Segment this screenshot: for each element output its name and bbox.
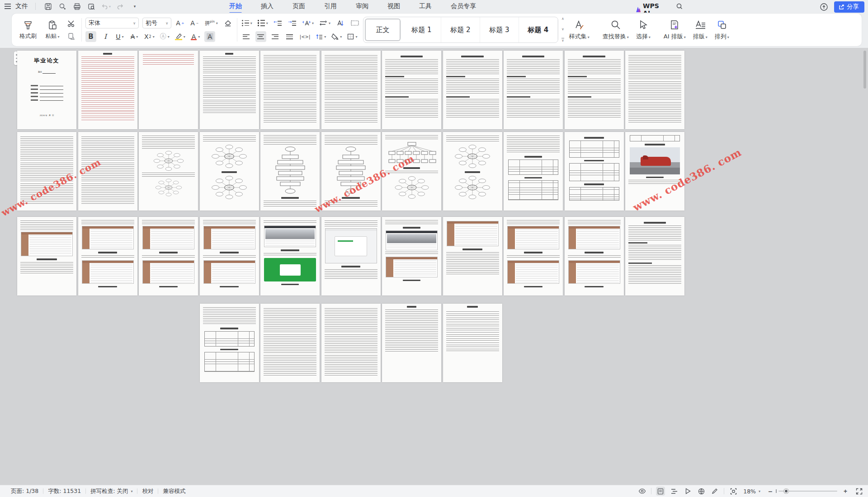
undo-icon[interactable]: ▾: [101, 1, 111, 11]
zoom-out-icon[interactable]: −: [766, 487, 775, 496]
share-button[interactable]: 分享: [834, 1, 864, 13]
font-size-select[interactable]: 初号∨: [142, 18, 171, 28]
upload-cloud-icon[interactable]: [819, 2, 829, 12]
distribute-button[interactable]: |<>|: [299, 31, 311, 42]
word-count[interactable]: 字数: 11531: [43, 488, 85, 495]
page-thumbnail-21[interactable]: [565, 132, 624, 211]
page-indicator[interactable]: 页面: 1/38: [6, 488, 43, 495]
style-标题1[interactable]: 标题 1: [402, 17, 441, 42]
export-pdf-icon[interactable]: [57, 1, 67, 11]
bold-button[interactable]: B: [85, 31, 96, 42]
page-thumbnail-11[interactable]: [625, 51, 684, 129]
compat-mode-badge[interactable]: 兼容模式: [158, 488, 190, 495]
increase-font-button[interactable]: A＋: [175, 18, 186, 28]
page-thumbnail-36[interactable]: [321, 304, 381, 382]
phonetic-guide-button[interactable]: 拼pīn▾: [204, 18, 219, 28]
page-thumbnail-25[interactable]: [139, 217, 198, 295]
page-thumbnail-31[interactable]: [504, 217, 563, 295]
line-spacing-button[interactable]: ▾: [315, 31, 327, 42]
copy-icon[interactable]: [66, 31, 77, 42]
page-thumbnail-7[interactable]: [382, 51, 441, 129]
page-thumbnail-6[interactable]: [321, 51, 381, 129]
page-thumbnail-2[interactable]: [78, 51, 137, 129]
style-set-button[interactable]: 样式集▾: [566, 17, 593, 42]
page-thumbnail-8[interactable]: [443, 51, 502, 129]
outline-view-icon[interactable]: [670, 487, 679, 496]
gallery-more-icon[interactable]: ∨: [561, 38, 564, 42]
zoom-value[interactable]: 18%▾: [742, 488, 761, 495]
tab-插入[interactable]: 插入: [260, 1, 274, 12]
decrease-indent-icon[interactable]: [273, 18, 283, 28]
page-thumbnail-1[interactable]: 毕业论文 题目 2024 年 月 日: [17, 51, 76, 129]
shading-button[interactable]: ▾: [330, 31, 343, 42]
hamburger-menu-icon[interactable]: [5, 4, 11, 9]
fullscreen-icon[interactable]: [854, 487, 863, 496]
page-thumbnail-3[interactable]: [139, 51, 198, 129]
style-标题2[interactable]: 标题 2: [441, 17, 480, 42]
tab-视图[interactable]: 视图: [387, 1, 401, 12]
character-shading-button[interactable]: A: [204, 31, 215, 42]
page-thumbnail-24[interactable]: [78, 217, 137, 295]
style-标题4[interactable]: 标题 4: [519, 17, 558, 42]
zoom-slider-knob[interactable]: [784, 489, 788, 493]
highlight-color-button[interactable]: ▾: [174, 31, 186, 42]
tab-marks-button[interactable]: [349, 18, 360, 28]
tab-开始[interactable]: 开始: [228, 1, 243, 12]
paste-button[interactable]: 粘贴▾: [41, 16, 64, 43]
increase-indent-icon[interactable]: [287, 18, 298, 28]
gallery-down-icon[interactable]: ∨: [561, 28, 564, 31]
page-thumbnail-19[interactable]: [443, 132, 502, 211]
quickbar-more-icon[interactable]: ▾: [130, 1, 140, 11]
find-replace-button[interactable]: 查找替换▾: [599, 17, 632, 42]
clear-format-icon[interactable]: [222, 18, 233, 28]
file-menu[interactable]: 文件: [15, 2, 28, 10]
page-thumbnail-9[interactable]: [504, 51, 563, 129]
style-标题3[interactable]: 标题 3: [480, 17, 519, 42]
page-thumbnail-33[interactable]: [625, 217, 684, 295]
ai-layout-button[interactable]: AI 排版▾: [660, 17, 689, 42]
align-left-button[interactable]: [241, 31, 252, 42]
page-thumbnail-30[interactable]: [443, 217, 502, 295]
page-view-icon[interactable]: [656, 487, 665, 496]
page-thumbnail-37[interactable]: [382, 304, 441, 382]
sort-button[interactable]: [335, 18, 346, 28]
page-thumbnail-20[interactable]: [504, 132, 563, 211]
page-thumbnail-26[interactable]: [200, 217, 259, 295]
document-scrollbar[interactable]: [863, 50, 867, 482]
redo-icon[interactable]: [115, 1, 125, 11]
save-icon[interactable]: [43, 1, 53, 11]
page-thumbnail-4[interactable]: [200, 51, 259, 129]
page-thumbnail-27[interactable]: [260, 217, 320, 295]
page-thumbnail-35[interactable]: [260, 304, 320, 382]
tab-审阅[interactable]: 审阅: [355, 1, 369, 12]
page-thumbnail-10[interactable]: [565, 51, 624, 129]
borders-button[interactable]: ▾: [346, 31, 358, 42]
page-thumbnail-16[interactable]: [260, 132, 320, 211]
page-thumbnail-14[interactable]: [139, 132, 198, 211]
align-right-button[interactable]: [270, 31, 281, 42]
ink-annotate-icon[interactable]: [710, 487, 719, 496]
italic-button[interactable]: I: [100, 31, 111, 42]
play-slideshow-icon[interactable]: [683, 487, 692, 496]
tab-工具[interactable]: 工具: [418, 1, 433, 12]
zoom-slider[interactable]: [778, 491, 837, 492]
zoom-in-icon[interactable]: ＋: [841, 487, 850, 496]
page-thumbnail-38[interactable]: [443, 304, 502, 382]
page-thumbnail-5[interactable]: [260, 51, 320, 129]
focus-mode-icon[interactable]: [729, 487, 738, 496]
web-view-icon[interactable]: [697, 487, 706, 496]
spellcheck-toggle[interactable]: 拼写检查: 关闭▾: [86, 488, 137, 495]
font-color-button[interactable]: A▾: [190, 31, 201, 42]
tab-会员专享[interactable]: 会员专享: [450, 1, 477, 12]
select-button[interactable]: 选择▾: [632, 17, 654, 42]
text-effect-button[interactable]: Ⓐ▾: [159, 31, 170, 42]
bullet-list-button[interactable]: ▾: [241, 18, 253, 28]
strikethrough-button[interactable]: A▾: [129, 31, 140, 42]
underline-button[interactable]: U▾: [114, 31, 125, 42]
style-正文[interactable]: 正文: [365, 19, 401, 41]
text-direction-button[interactable]: ▾: [302, 18, 315, 28]
align-center-button[interactable]: [255, 31, 266, 42]
cut-icon[interactable]: [66, 18, 77, 29]
style-gallery-scroll[interactable]: ∧ ∨ ∨: [560, 15, 566, 44]
print-icon[interactable]: [72, 1, 82, 11]
